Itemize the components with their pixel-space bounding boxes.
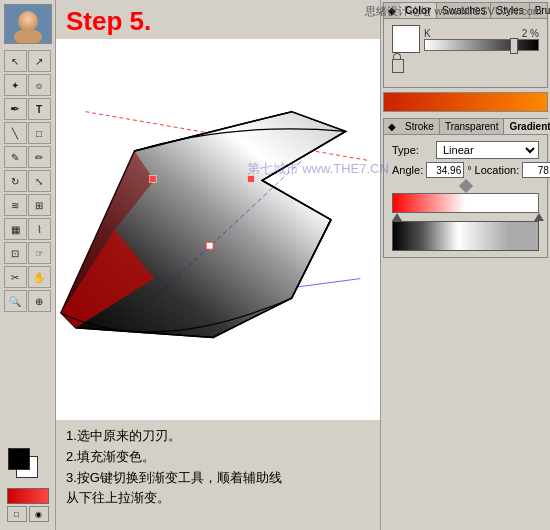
blend-tool[interactable]: ⊡ (4, 242, 27, 264)
red-gradient-panel (383, 92, 548, 112)
lock-body (392, 59, 404, 73)
k-slider-thumb[interactable] (510, 38, 518, 54)
instruction-1: 1.选中原来的刀刃。 (66, 426, 370, 447)
color-panel-body: K 2 % (384, 19, 547, 87)
selection-tool[interactable]: ↖ (4, 50, 27, 72)
main-container: ↖ ↗ ✦ ⌾ ✒ T ╲ □ ✎ ✏ ↻ ⤡ ≋ ⊞ ▦ ⌇ (0, 0, 550, 530)
color-slider-row: K 2 % (392, 25, 539, 53)
warp-tool[interactable]: ≋ (4, 194, 27, 216)
angle-label: Angle: (392, 164, 423, 176)
normal-mode-btn[interactable]: □ (7, 506, 27, 522)
gradient-bar[interactable] (392, 193, 539, 213)
direct-select-tool[interactable]: ↗ (28, 50, 51, 72)
gradient-panel-left-arrow[interactable]: ◆ (384, 119, 400, 134)
lock-icon-row (392, 57, 539, 81)
line-tool[interactable]: ╲ (4, 122, 27, 144)
k-value-display: 2 % (522, 28, 539, 39)
tool-row-4: ╲ □ (4, 122, 52, 144)
slider-label: K 2 % (424, 28, 539, 39)
type-select[interactable]: Linear Radial (436, 141, 539, 159)
tool-row-6: ↻ ⤡ (4, 170, 52, 192)
k-slider[interactable] (424, 39, 539, 51)
type-label: Type: (392, 144, 432, 156)
extra-tool[interactable]: ⊕ (28, 290, 51, 312)
scissors-tool[interactable]: ✂ (4, 266, 27, 288)
tool-row-8: ▦ ⌇ (4, 218, 52, 240)
magic-wand-tool[interactable]: ✦ (4, 74, 27, 96)
rotate-tool[interactable]: ↻ (4, 170, 27, 192)
angle-row: Angle: ° Location: % (392, 162, 539, 178)
diamond-row (392, 181, 539, 191)
tool-row-9: ⊡ ☞ (4, 242, 52, 264)
tab-gradient[interactable]: Gradient (504, 119, 550, 134)
gradient-bar-thumb-right[interactable] (534, 213, 544, 221)
quick-mask-btn[interactable]: ◉ (29, 506, 49, 522)
gradient-panel-tabs: ◆ Stroke Transparent Gradient ▶ (384, 119, 547, 135)
hand-tool[interactable]: ✋ (28, 266, 51, 288)
eyedropper-tool[interactable]: ⌇ (28, 218, 51, 240)
gradient-bar-thumb-left[interactable] (392, 213, 402, 221)
right-panel: ◆ Color Swatches Styles Brushes ▶ K 2 % (380, 0, 550, 530)
scale-tool[interactable]: ⤡ (28, 170, 51, 192)
chart-tool[interactable]: ▦ (4, 218, 27, 240)
pen-tool[interactable]: ✒ (4, 98, 27, 120)
angle-input[interactable] (426, 162, 464, 178)
gradient-bar-container (392, 193, 539, 213)
tool-row-1: ↖ ↗ (4, 50, 52, 72)
tab-brushes[interactable]: Brushes (530, 3, 550, 18)
gradient-panel-body: Type: Linear Radial Angle: ° Location: % (384, 135, 547, 257)
color-panel: ◆ Color Swatches Styles Brushes ▶ K 2 % (383, 2, 548, 88)
diamond-icon[interactable] (458, 179, 472, 193)
foreground-swatch[interactable] (8, 448, 30, 470)
zoom-tool[interactable]: 🔍 (4, 290, 27, 312)
tab-stroke[interactable]: Stroke (400, 119, 440, 134)
color-panel-tabs: ◆ Color Swatches Styles Brushes ▶ (384, 3, 547, 19)
blade-svg (56, 39, 380, 420)
mode-icons: □ ◉ (7, 506, 49, 522)
svg-rect-6 (149, 176, 156, 183)
color-preview-box (392, 25, 420, 53)
toolbar: ↖ ↗ ✦ ⌾ ✒ T ╲ □ ✎ ✏ ↻ ⤡ ≋ ⊞ ▦ ⌇ (0, 0, 56, 530)
tool-row-2: ✦ ⌾ (4, 74, 52, 96)
canvas-area: Step 5. (56, 0, 380, 530)
gradient-display (392, 221, 539, 251)
tool-row-10: ✂ ✋ (4, 266, 52, 288)
k-label: K (424, 28, 431, 39)
instruction-2: 2.填充渐变色。 (66, 447, 370, 468)
tool-avatar (4, 4, 52, 44)
text-area: 1.选中原来的刀刃。 2.填充渐变色。 3.按G键切换到渐变工具，顺着辅助线 从… (56, 420, 380, 530)
degree-symbol: ° (467, 164, 471, 176)
k-unit: % (530, 28, 539, 39)
gradient-preview-swatch[interactable] (7, 488, 49, 504)
lock-icon[interactable] (392, 59, 408, 79)
symbol-tool[interactable]: ☞ (28, 242, 51, 264)
instruction-3: 3.按G键切换到渐变工具，顺着辅助线 从下往上拉渐变。 (66, 468, 370, 510)
tool-row-5: ✎ ✏ (4, 146, 52, 168)
brush-tool[interactable]: ✎ (4, 146, 27, 168)
location-input[interactable] (522, 162, 550, 178)
tab-swatches[interactable]: Swatches (437, 3, 491, 18)
step-label: Step 5. (56, 0, 380, 39)
tool-row-7: ≋ ⊞ (4, 194, 52, 216)
tab-styles[interactable]: Styles (491, 3, 529, 18)
type-tool[interactable]: T (28, 98, 51, 120)
tab-color[interactable]: Color (400, 3, 437, 18)
type-row: Type: Linear Radial (392, 141, 539, 159)
lasso-tool[interactable]: ⌾ (28, 74, 51, 96)
drawing-canvas[interactable] (56, 39, 380, 420)
location-label: Location: (475, 164, 520, 176)
svg-rect-8 (206, 242, 213, 249)
svg-rect-7 (247, 176, 254, 183)
tool-row-11: 🔍 ⊕ (4, 290, 52, 312)
svg-point-1 (18, 11, 38, 31)
slider-wrapper: K 2 % (424, 28, 539, 51)
right-bottom (381, 260, 550, 530)
rect-tool[interactable]: □ (28, 122, 51, 144)
gradient-panel: ◆ Stroke Transparent Gradient ▶ Type: Li… (383, 118, 548, 258)
color-panel-left-arrow[interactable]: ◆ (384, 3, 400, 18)
tab-transparent[interactable]: Transparent (440, 119, 505, 134)
tool-row-3: ✒ T (4, 98, 52, 120)
pencil-tool[interactable]: ✏ (28, 146, 51, 168)
swatch-container (8, 448, 48, 484)
mesh-tool[interactable]: ⊞ (28, 194, 51, 216)
